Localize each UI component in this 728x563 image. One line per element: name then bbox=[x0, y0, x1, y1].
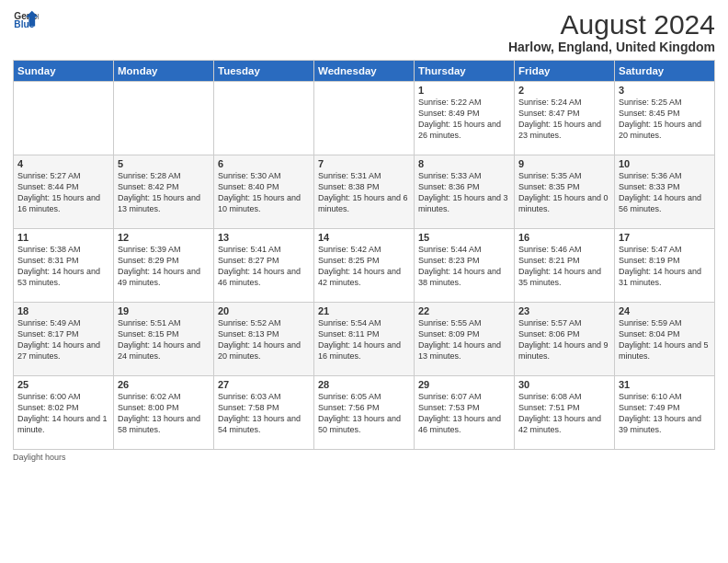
cell-info: Sunrise: 5:30 AMSunset: 8:40 PMDaylight:… bbox=[218, 170, 310, 215]
calendar-cell: 7Sunrise: 5:31 AMSunset: 8:38 PMDaylight… bbox=[314, 155, 415, 229]
date-number: 27 bbox=[218, 379, 310, 390]
calendar-cell: 19Sunrise: 5:51 AMSunset: 8:15 PMDayligh… bbox=[114, 303, 214, 376]
cell-info: Sunrise: 5:35 AMSunset: 8:35 PMDaylight:… bbox=[518, 170, 610, 215]
date-number: 16 bbox=[518, 232, 610, 243]
calendar-cell: 29Sunrise: 6:07 AMSunset: 7:53 PMDayligh… bbox=[415, 376, 515, 450]
date-number: 22 bbox=[418, 305, 510, 316]
calendar-cell: 9Sunrise: 5:35 AMSunset: 8:35 PMDaylight… bbox=[515, 155, 615, 229]
date-number: 26 bbox=[118, 379, 210, 390]
calendar-cell: 10Sunrise: 5:36 AMSunset: 8:33 PMDayligh… bbox=[615, 155, 715, 229]
footer-note: Daylight hours bbox=[13, 453, 715, 462]
month-year: August 2024 bbox=[508, 9, 715, 40]
date-number: 30 bbox=[518, 379, 610, 390]
date-number: 6 bbox=[218, 158, 310, 169]
calendar-cell: 28Sunrise: 6:05 AMSunset: 7:56 PMDayligh… bbox=[314, 376, 415, 450]
col-tuesday: Tuesday bbox=[214, 61, 314, 82]
calendar-cell: 11Sunrise: 5:38 AMSunset: 8:31 PMDayligh… bbox=[14, 229, 114, 303]
cell-info: Sunrise: 5:51 AMSunset: 8:15 PMDaylight:… bbox=[118, 317, 210, 362]
date-number: 24 bbox=[619, 305, 711, 316]
cell-info: Sunrise: 5:44 AMSunset: 8:23 PMDaylight:… bbox=[418, 244, 510, 289]
calendar-cell: 20Sunrise: 5:52 AMSunset: 8:13 PMDayligh… bbox=[214, 303, 314, 376]
cell-info: Sunrise: 6:08 AMSunset: 7:51 PMDaylight:… bbox=[518, 391, 610, 436]
date-number: 4 bbox=[17, 158, 109, 169]
cell-info: Sunrise: 5:24 AMSunset: 8:47 PMDaylight:… bbox=[518, 97, 610, 142]
cell-info: Sunrise: 5:55 AMSunset: 8:09 PMDaylight:… bbox=[418, 317, 510, 362]
calendar-cell: 26Sunrise: 6:02 AMSunset: 8:00 PMDayligh… bbox=[114, 376, 214, 450]
col-monday: Monday bbox=[114, 61, 214, 82]
calendar-cell bbox=[14, 82, 114, 155]
date-number: 3 bbox=[619, 85, 711, 96]
calendar-cell: 30Sunrise: 6:08 AMSunset: 7:51 PMDayligh… bbox=[515, 376, 615, 450]
cell-info: Sunrise: 5:31 AMSunset: 8:38 PMDaylight:… bbox=[318, 170, 410, 215]
cell-info: Sunrise: 6:10 AMSunset: 7:49 PMDaylight:… bbox=[619, 391, 711, 436]
calendar-cell: 17Sunrise: 5:47 AMSunset: 8:19 PMDayligh… bbox=[615, 229, 715, 303]
cell-info: Sunrise: 5:46 AMSunset: 8:21 PMDaylight:… bbox=[518, 244, 610, 289]
calendar-cell: 2Sunrise: 5:24 AMSunset: 8:47 PMDaylight… bbox=[515, 82, 615, 155]
cell-info: Sunrise: 5:25 AMSunset: 8:45 PMDaylight:… bbox=[619, 97, 711, 142]
calendar-cell: 27Sunrise: 6:03 AMSunset: 7:58 PMDayligh… bbox=[214, 376, 314, 450]
date-number: 7 bbox=[318, 158, 410, 169]
col-saturday: Saturday bbox=[615, 61, 715, 82]
week-row-1: 1Sunrise: 5:22 AMSunset: 8:49 PMDaylight… bbox=[14, 82, 715, 155]
date-number: 15 bbox=[418, 232, 510, 243]
col-friday: Friday bbox=[515, 61, 615, 82]
calendar-table: Sunday Monday Tuesday Wednesday Thursday… bbox=[13, 60, 715, 450]
week-row-4: 18Sunrise: 5:49 AMSunset: 8:17 PMDayligh… bbox=[14, 303, 715, 376]
week-row-5: 25Sunrise: 6:00 AMSunset: 8:02 PMDayligh… bbox=[14, 376, 715, 450]
date-number: 5 bbox=[118, 158, 210, 169]
date-number: 21 bbox=[318, 305, 410, 316]
cell-info: Sunrise: 6:05 AMSunset: 7:56 PMDaylight:… bbox=[318, 391, 410, 436]
calendar-cell: 25Sunrise: 6:00 AMSunset: 8:02 PMDayligh… bbox=[14, 376, 114, 450]
date-number: 9 bbox=[518, 158, 610, 169]
calendar-cell bbox=[314, 82, 415, 155]
logo: General Blue bbox=[13, 9, 39, 29]
calendar-cell: 21Sunrise: 5:54 AMSunset: 8:11 PMDayligh… bbox=[314, 303, 415, 376]
calendar-cell: 31Sunrise: 6:10 AMSunset: 7:49 PMDayligh… bbox=[615, 376, 715, 450]
calendar-container: General Blue August 2024 Harlow, England… bbox=[0, 0, 728, 467]
cell-info: Sunrise: 5:33 AMSunset: 8:36 PMDaylight:… bbox=[418, 170, 510, 215]
cell-info: Sunrise: 6:03 AMSunset: 7:58 PMDaylight:… bbox=[218, 391, 310, 436]
date-number: 8 bbox=[418, 158, 510, 169]
cell-info: Sunrise: 5:57 AMSunset: 8:06 PMDaylight:… bbox=[518, 317, 610, 362]
date-number: 28 bbox=[318, 379, 410, 390]
cell-info: Sunrise: 6:07 AMSunset: 7:53 PMDaylight:… bbox=[418, 391, 510, 436]
header-row-days: Sunday Monday Tuesday Wednesday Thursday… bbox=[14, 61, 715, 82]
calendar-cell bbox=[214, 82, 314, 155]
cell-info: Sunrise: 5:52 AMSunset: 8:13 PMDaylight:… bbox=[218, 317, 310, 362]
calendar-cell: 15Sunrise: 5:44 AMSunset: 8:23 PMDayligh… bbox=[415, 229, 515, 303]
calendar-cell: 16Sunrise: 5:46 AMSunset: 8:21 PMDayligh… bbox=[515, 229, 615, 303]
cell-info: Sunrise: 5:27 AMSunset: 8:44 PMDaylight:… bbox=[17, 170, 109, 215]
week-row-3: 11Sunrise: 5:38 AMSunset: 8:31 PMDayligh… bbox=[14, 229, 715, 303]
date-number: 12 bbox=[118, 232, 210, 243]
calendar-cell: 8Sunrise: 5:33 AMSunset: 8:36 PMDaylight… bbox=[415, 155, 515, 229]
cell-info: Sunrise: 5:39 AMSunset: 8:29 PMDaylight:… bbox=[118, 244, 210, 289]
cell-info: Sunrise: 5:59 AMSunset: 8:04 PMDaylight:… bbox=[619, 317, 711, 362]
cell-info: Sunrise: 5:28 AMSunset: 8:42 PMDaylight:… bbox=[118, 170, 210, 215]
calendar-cell: 5Sunrise: 5:28 AMSunset: 8:42 PMDaylight… bbox=[114, 155, 214, 229]
date-number: 31 bbox=[619, 379, 711, 390]
col-sunday: Sunday bbox=[14, 61, 114, 82]
calendar-cell: 3Sunrise: 5:25 AMSunset: 8:45 PMDaylight… bbox=[615, 82, 715, 155]
header-row: General Blue August 2024 Harlow, England… bbox=[13, 9, 715, 54]
date-number: 17 bbox=[619, 232, 711, 243]
date-number: 20 bbox=[218, 305, 310, 316]
title-block: August 2024 Harlow, England, United King… bbox=[508, 9, 715, 54]
cell-info: Sunrise: 5:41 AMSunset: 8:27 PMDaylight:… bbox=[218, 244, 310, 289]
cell-info: Sunrise: 5:38 AMSunset: 8:31 PMDaylight:… bbox=[17, 244, 109, 289]
col-thursday: Thursday bbox=[415, 61, 515, 82]
cell-info: Sunrise: 5:42 AMSunset: 8:25 PMDaylight:… bbox=[318, 244, 410, 289]
date-number: 10 bbox=[619, 158, 711, 169]
date-number: 1 bbox=[418, 85, 510, 96]
calendar-cell: 12Sunrise: 5:39 AMSunset: 8:29 PMDayligh… bbox=[114, 229, 214, 303]
calendar-cell: 18Sunrise: 5:49 AMSunset: 8:17 PMDayligh… bbox=[14, 303, 114, 376]
calendar-cell: 6Sunrise: 5:30 AMSunset: 8:40 PMDaylight… bbox=[214, 155, 314, 229]
cell-info: Sunrise: 5:47 AMSunset: 8:19 PMDaylight:… bbox=[619, 244, 711, 289]
cell-info: Sunrise: 5:22 AMSunset: 8:49 PMDaylight:… bbox=[418, 97, 510, 142]
date-number: 2 bbox=[518, 85, 610, 96]
date-number: 14 bbox=[318, 232, 410, 243]
location: Harlow, England, United Kingdom bbox=[508, 40, 715, 54]
date-number: 19 bbox=[118, 305, 210, 316]
date-number: 23 bbox=[518, 305, 610, 316]
calendar-cell: 23Sunrise: 5:57 AMSunset: 8:06 PMDayligh… bbox=[515, 303, 615, 376]
calendar-cell: 14Sunrise: 5:42 AMSunset: 8:25 PMDayligh… bbox=[314, 229, 415, 303]
